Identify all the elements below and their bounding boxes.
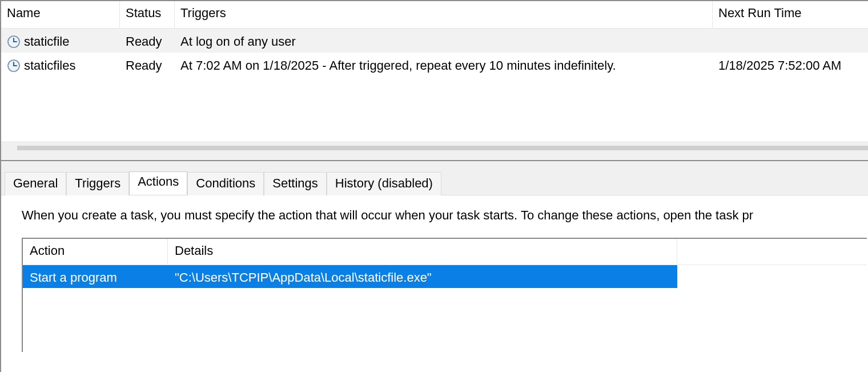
splitter-bar[interactable] (17, 146, 868, 150)
task-next-run: 1/18/2025 7:52:00 AM (713, 56, 868, 73)
task-trigger: At 7:02 AM on 1/18/2025 - After triggere… (175, 56, 713, 73)
task-row[interactable]: staticfiles Ready At 7:02 AM on 1/18/202… (1, 53, 868, 77)
task-scheduler-pane: Name Status Triggers Next Run Time stati… (0, 0, 868, 372)
pane-splitter[interactable] (1, 141, 868, 160)
column-header-status[interactable]: Status (120, 1, 175, 29)
column-header-name[interactable]: Name (1, 1, 120, 29)
task-list[interactable]: Name Status Triggers Next Run Time stati… (1, 1, 868, 141)
task-status: Ready (120, 32, 175, 49)
tab-conditions[interactable]: Conditions (187, 172, 264, 195)
task-row[interactable]: staticfile Ready At log on of any user (1, 29, 868, 53)
action-type: Start a program (23, 268, 168, 285)
actions-list-header: Action Details (23, 239, 867, 265)
action-details: "C:\Users\TCPIP\AppData\Local\staticfile… (168, 268, 677, 285)
detail-tabs: General Triggers Actions Conditions Sett… (1, 171, 868, 195)
actions-description: When you create a task, you must specify… (22, 208, 868, 238)
actions-list[interactable]: Action Details Start a program "C:\Users… (22, 238, 867, 352)
task-name: staticfile (24, 34, 69, 49)
task-list-header: Name Status Triggers Next Run Time (1, 1, 868, 29)
column-header-action[interactable]: Action (23, 239, 168, 265)
task-clock-icon (7, 35, 21, 49)
column-header-details[interactable]: Details (168, 239, 677, 265)
column-header-next-run[interactable]: Next Run Time (713, 1, 868, 29)
tab-triggers[interactable]: Triggers (66, 172, 129, 195)
task-detail-pane: General Triggers Actions Conditions Sett… (1, 160, 868, 372)
tab-general[interactable]: General (5, 172, 66, 195)
actions-tab-body: When you create a task, you must specify… (1, 195, 868, 372)
tab-settings[interactable]: Settings (264, 172, 327, 195)
column-header-triggers[interactable]: Triggers (175, 1, 713, 29)
task-clock-icon (7, 59, 21, 73)
task-name: staticfiles (24, 58, 75, 73)
task-trigger: At log on of any user (175, 32, 713, 49)
task-next-run (713, 39, 868, 42)
column-header-blank (677, 239, 867, 265)
tab-actions[interactable]: Actions (129, 171, 187, 195)
action-row[interactable]: Start a program "C:\Users\TCPIP\AppData\… (23, 265, 677, 288)
tab-history[interactable]: History (disabled) (327, 172, 441, 195)
task-status: Ready (120, 56, 175, 73)
